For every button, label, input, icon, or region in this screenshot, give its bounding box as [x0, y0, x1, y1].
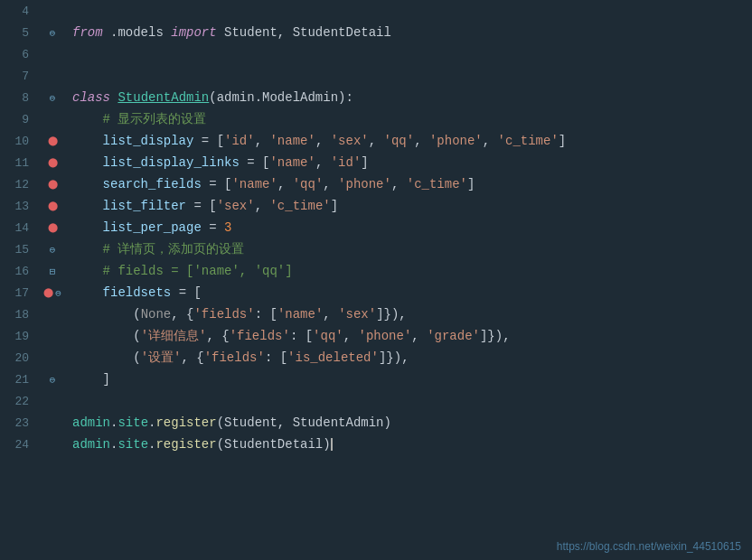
token-string: 'grade' [427, 329, 480, 343]
line-content: list_display_links = ['name', 'id'] [69, 152, 752, 173]
fold-icon[interactable]: ⊖ [50, 374, 56, 386]
code-line: 16⊟ # fields = ['name', 'qq'] [0, 260, 752, 282]
code-line: 5⊖from .models import Student, StudentDe… [0, 22, 752, 43]
line-number: 8 [0, 91, 36, 105]
line-gutter: ⊖ [36, 92, 69, 104]
code-line: 22 [0, 390, 752, 412]
token-attr-name: search_fields [72, 177, 209, 191]
code-line: 15⊖ # 详情页，添加页的设置 [0, 238, 752, 260]
token-normal: : [ [290, 329, 313, 343]
line-content: # 详情页，添加页的设置 [69, 238, 752, 260]
token-string: 'name' [269, 155, 315, 170]
token-comment: 'name' [193, 264, 239, 278]
line-number: 23 [0, 416, 36, 430]
fold-icon[interactable]: ⊖ [50, 27, 56, 39]
token-normal: , { [206, 329, 229, 343]
token-comment: # 详情页，添加页的设置 [72, 242, 244, 257]
token-string: 'qq' [313, 329, 343, 343]
breakpoint-icon: ⬤ [43, 287, 53, 298]
line-number: 18 [0, 308, 36, 322]
token-kw-none: None [141, 307, 172, 322]
line-content: from .models import Student, StudentDeta… [69, 22, 752, 43]
line-content: ] [69, 369, 752, 390]
token-string: 'fields' [230, 329, 290, 343]
token-string: 'c_time' [269, 199, 330, 213]
code-line: 12⬤ search_fields = ['name', 'qq', 'phon… [0, 173, 752, 195]
token-string: 'name' [231, 177, 277, 191]
breakpoint-icon: ⬤ [48, 201, 58, 211]
token-comment: # fields = [ [72, 264, 193, 278]
token-normal: = [ [193, 199, 216, 213]
code-line: 14⬤ list_per_page = 3 [0, 217, 752, 238]
token-normal: = [209, 220, 224, 235]
line-content: ('设置', {'fields': ['is_deleted']}), [69, 347, 752, 369]
token-string: 'sex' [217, 199, 255, 213]
token-normal: , { [171, 307, 193, 322]
token-string: 'name' [269, 134, 315, 148]
token-kw-number: 3 [224, 220, 231, 235]
line-content: list_display = ['id', 'name', 'sex', 'qq… [69, 130, 752, 152]
token-method: register [155, 415, 216, 430]
token-string: '设置' [141, 350, 182, 365]
code-editor: 45⊖from .models import Student, StudentD… [0, 0, 752, 560]
line-gutter: ⊟ [36, 266, 69, 277]
line-content: (None, {'fields': ['name', 'sex']}), [69, 303, 752, 325]
token-normal: = [ [179, 285, 202, 300]
line-content: # fields = ['name', 'qq'] [69, 260, 752, 282]
token-normal: .models [103, 25, 172, 40]
line-gutter: ⬤ [36, 201, 69, 211]
line-number: 21 [0, 373, 36, 387]
line-gutter: ⊖ [36, 244, 69, 256]
fold-icon[interactable]: ⊖ [50, 92, 56, 104]
token-string: 'qq' [293, 177, 324, 191]
fold-icon[interactable]: ⊟ [50, 266, 56, 277]
token-attr-name: list_display [72, 134, 202, 148]
token-normal: , [391, 177, 407, 191]
token-comment: # 显示列表的设置 [72, 112, 206, 126]
line-number: 16 [0, 265, 36, 278]
token-normal: = [ [202, 134, 224, 148]
token-string: 'name' [277, 307, 323, 322]
token-normal: (StudentDetail) [217, 437, 331, 452]
fold-icon[interactable]: ⊖ [50, 244, 56, 256]
code-line: 17⬤⊖ fieldsets = [ [0, 282, 752, 303]
token-normal: = [ [247, 155, 269, 170]
token-normal: , [255, 134, 270, 148]
code-line: 6 [0, 43, 752, 65]
token-normal: (Student, StudentAdmin) [217, 415, 391, 430]
code-line: 23admin.site.register(Student, StudentAd… [0, 412, 752, 434]
line-content: fieldsets = [ [69, 282, 752, 303]
breakpoint-icon: ⬤ [48, 135, 58, 146]
line-number: 22 [0, 395, 36, 408]
token-normal: ( [72, 307, 141, 322]
code-line: 8⊖class StudentAdmin(admin.ModelAdmin): [0, 87, 752, 108]
line-number: 6 [0, 48, 36, 61]
fold-icon[interactable]: ⊖ [55, 287, 61, 299]
token-class-name: StudentAdmin [118, 90, 209, 105]
line-number: 24 [0, 438, 36, 452]
line-number: 7 [0, 70, 36, 83]
token-normal: : [ [255, 307, 277, 322]
line-content: # 显示列表的设置 [69, 108, 752, 130]
token-normal: , { [181, 350, 203, 365]
token-kw-from: from [72, 25, 103, 40]
line-content: ('详细信息', {'fields': ['qq', 'phone', 'gra… [69, 325, 752, 347]
token-module: admin [72, 415, 110, 430]
token-string: 'fields' [193, 307, 254, 322]
token-normal: , [483, 134, 498, 148]
line-gutter: ⬤ [36, 135, 69, 146]
code-line: 7 [0, 65, 752, 87]
token-string: 'phone' [359, 329, 412, 343]
watermark: https://blog.csdn.net/weixin_44510615 [557, 540, 741, 553]
token-normal: , [414, 134, 429, 148]
token-normal: ] [467, 177, 475, 191]
token-normal: ]}), [376, 307, 407, 322]
token-normal: ] [331, 199, 338, 213]
token-normal: ] [361, 155, 368, 170]
token-string: 'qq' [384, 134, 415, 148]
line-gutter: ⊖ [36, 27, 69, 39]
line-number: 4 [0, 5, 36, 18]
token-attr-name: list_per_page [72, 220, 209, 235]
token-normal: , [369, 134, 384, 148]
line-content: list_per_page = 3 [69, 217, 752, 238]
